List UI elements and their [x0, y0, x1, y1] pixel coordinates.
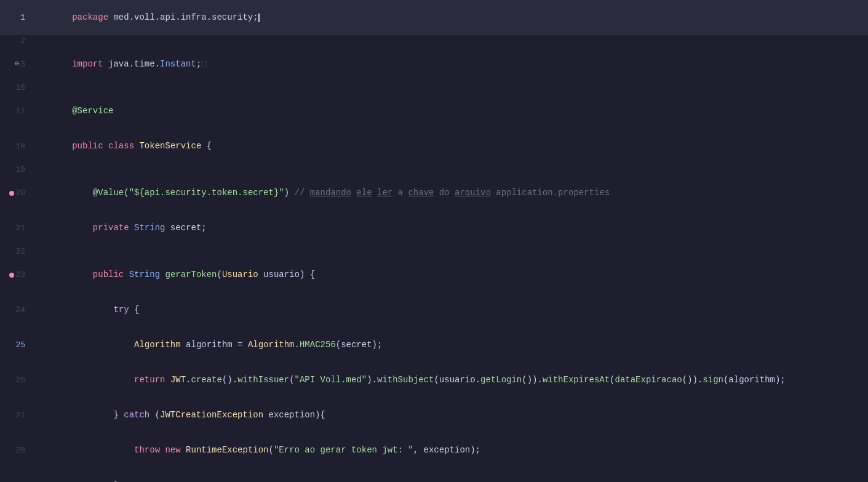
- line-number-1: 1: [0, 0, 28, 35]
- line-number-19: 19: [0, 164, 28, 175]
- code-line-2: 2: [0, 35, 868, 47]
- line-number-21: 21: [0, 211, 28, 246]
- line-content-24: try {: [28, 292, 868, 327]
- line-number-20: 20: [0, 175, 28, 211]
- code-line-20: 20 @Value("${api.security.token.secret}"…: [0, 175, 868, 211]
- line-number-3: ⊖3: [0, 47, 28, 82]
- line-number-29: 29: [0, 468, 28, 482]
- line-number-23: 23: [0, 257, 28, 292]
- line-content-18: public class TokenService {: [28, 129, 868, 164]
- code-area[interactable]: 1 package med.voll.api.infra.security; 2…: [0, 0, 868, 482]
- code-line-18: 18 public class TokenService {: [0, 129, 868, 164]
- line-content-22: [28, 246, 868, 257]
- line-number-18: 18: [0, 129, 28, 164]
- code-line-3: ⊖3 import java.time.Instant;□: [0, 47, 868, 82]
- code-line-19: 19: [0, 164, 868, 175]
- code-line-1: 1 package med.voll.api.infra.security;: [0, 0, 868, 35]
- line-content-25: Algorithm algorithm = Algorithm.HMAC256(…: [28, 327, 868, 363]
- line-content-19: [28, 164, 868, 175]
- line-content-20: @Value("${api.security.token.secret}") /…: [28, 175, 868, 211]
- code-line-27: 27 } catch (JWTCreationException excepti…: [0, 398, 868, 433]
- line-content-17: @Service: [28, 94, 868, 129]
- line-content-26: return JWT.create().withIssuer("API Voll…: [28, 363, 868, 398]
- line-number-28: 28: [0, 433, 28, 468]
- line-content-29: }: [28, 468, 868, 482]
- line-content-2: [28, 35, 868, 47]
- code-editor: 1 package med.voll.api.infra.security; 2…: [0, 0, 868, 482]
- code-line-29: 29 }: [0, 468, 868, 482]
- line-number-25: 25: [0, 327, 28, 363]
- line-content-28: throw new RuntimeException("Erro ao gera…: [28, 433, 868, 468]
- code-line-22: 22: [0, 246, 868, 257]
- line-number-24: 24: [0, 292, 28, 327]
- line-content-23: public String gerarToken(Usuario usuario…: [28, 257, 868, 292]
- code-line-21: 21 private String secret;: [0, 211, 868, 246]
- line-number-2: 2: [0, 35, 28, 47]
- line-content-1: package med.voll.api.infra.security;: [28, 0, 868, 35]
- code-line-16: 16: [0, 82, 868, 94]
- code-line-17: 17 @Service: [0, 94, 868, 129]
- code-line-24: 24 try {: [0, 292, 868, 327]
- code-line-28: 28 throw new RuntimeException("Erro ao g…: [0, 433, 868, 468]
- code-line-25: 25 Algorithm algorithm = Algorithm.HMAC2…: [0, 327, 868, 363]
- code-line-23: 23 public String gerarToken(Usuario usua…: [0, 257, 868, 292]
- line-number-22: 22: [0, 246, 28, 257]
- line-number-16: 16: [0, 82, 28, 94]
- line-number-26: 26: [0, 363, 28, 398]
- line-content-21: private String secret;: [28, 211, 868, 246]
- line-content-3: import java.time.Instant;□: [28, 47, 868, 82]
- code-line-26: 26 return JWT.create().withIssuer("API V…: [0, 363, 868, 398]
- line-number-17: 17: [0, 94, 28, 129]
- line-number-27: 27: [0, 398, 28, 433]
- line-content-16: [28, 82, 868, 94]
- line-content-27: } catch (JWTCreationException exception)…: [28, 398, 868, 433]
